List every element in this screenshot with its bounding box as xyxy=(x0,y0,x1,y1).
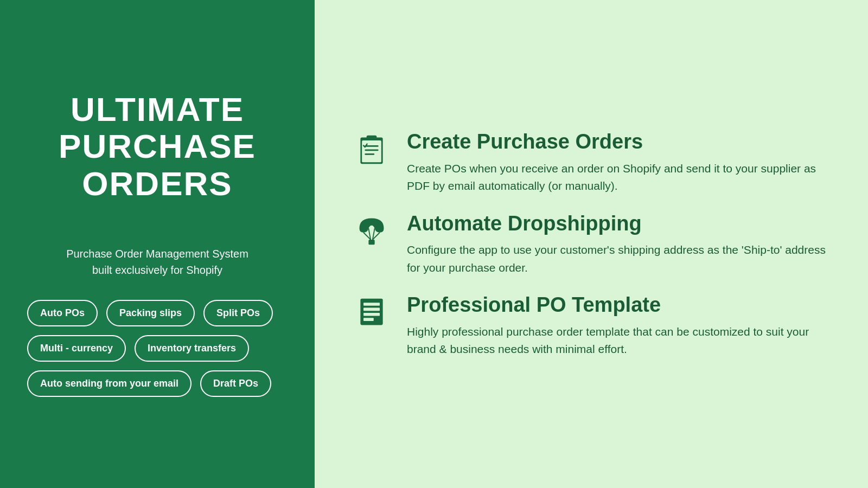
tags-row-1: Auto POs Packing slips Split POs xyxy=(27,300,273,326)
feature-po-template-desc: Highly professional purchase order templ… xyxy=(407,323,830,358)
app-title: ULTIMATE PURCHASE ORDERS xyxy=(27,91,288,202)
tag-auto-sending[interactable]: Auto sending from your email xyxy=(27,370,192,397)
parachute-icon xyxy=(353,211,391,249)
feature-po-template-title: Professional PO Template xyxy=(407,293,830,318)
tag-auto-pos[interactable]: Auto POs xyxy=(27,300,98,326)
tag-split-pos[interactable]: Split POs xyxy=(203,300,273,326)
tags-row-3: Auto sending from your email Draft POs xyxy=(27,370,271,397)
feature-dropshipping-title: Automate Dropshipping xyxy=(407,211,830,236)
left-panel: ULTIMATE PURCHASE ORDERS Purchase Order … xyxy=(0,0,315,488)
svg-rect-14 xyxy=(363,313,380,316)
clipboard-checklist-icon xyxy=(353,130,391,168)
tag-multi-currency[interactable]: Multi - currency xyxy=(27,335,126,362)
right-panel: Create Purchase Orders Create POs when y… xyxy=(315,0,868,488)
tag-packing-slips[interactable]: Packing slips xyxy=(106,300,195,326)
tag-inventory-transfers[interactable]: Inventory transfers xyxy=(135,335,249,362)
feature-po-template: Professional PO Template Highly professi… xyxy=(353,293,830,358)
feature-dropshipping-desc: Configure the app to use your customer's… xyxy=(407,241,830,277)
document-lines-icon xyxy=(353,293,391,331)
tags-row-2: Multi - currency Inventory transfers xyxy=(27,335,249,362)
svg-rect-13 xyxy=(363,308,380,311)
feature-create-po-content: Create Purchase Orders Create POs when y… xyxy=(407,130,830,195)
svg-rect-1 xyxy=(362,140,381,162)
feature-create-po: Create Purchase Orders Create POs when y… xyxy=(353,130,830,195)
tag-draft-pos[interactable]: Draft POs xyxy=(200,370,271,397)
svg-rect-10 xyxy=(368,240,374,245)
feature-create-po-title: Create Purchase Orders xyxy=(407,130,830,155)
svg-rect-11 xyxy=(360,299,382,325)
feature-dropshipping: Automate Dropshipping Configure the app … xyxy=(353,211,830,277)
feature-create-po-desc: Create POs when you receive an order on … xyxy=(407,160,830,195)
feature-po-template-content: Professional PO Template Highly professi… xyxy=(407,293,830,358)
svg-rect-12 xyxy=(363,303,380,306)
app-subtitle: Purchase Order Management System built e… xyxy=(66,246,248,278)
svg-rect-15 xyxy=(363,318,374,322)
tags-container: Auto POs Packing slips Split POs Multi -… xyxy=(27,300,288,397)
feature-dropshipping-content: Automate Dropshipping Configure the app … xyxy=(407,211,830,277)
svg-rect-2 xyxy=(367,136,377,140)
